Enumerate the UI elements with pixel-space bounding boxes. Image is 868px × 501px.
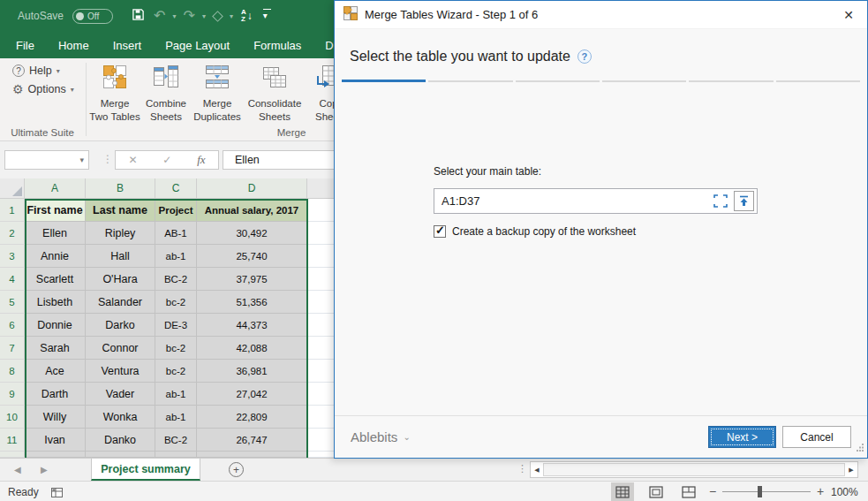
table-cell[interactable]: DE-3 — [155, 314, 197, 337]
table-cell[interactable]: Project — [155, 199, 197, 222]
column-header-D[interactable]: D — [197, 178, 307, 199]
table-cell[interactable]: Darko — [86, 314, 155, 337]
table-cell[interactable]: bc-2 — [155, 360, 197, 383]
row-header-11[interactable]: 11 — [0, 429, 25, 452]
cancel-button[interactable]: Cancel — [782, 426, 851, 448]
empty-cell[interactable] — [307, 199, 334, 222]
table-cell[interactable] — [197, 452, 307, 458]
row-header-2[interactable]: 2 — [0, 222, 25, 245]
table-cell[interactable]: Ripley — [86, 222, 155, 245]
table-cell[interactable]: Last name — [86, 199, 155, 222]
table-cell[interactable]: AB-1 — [155, 222, 197, 245]
help-menu[interactable]: ? Help ▾ — [12, 65, 74, 77]
horizontal-scrollbar[interactable]: ◀ ▶ — [530, 461, 858, 478]
row-header-5[interactable]: 5 — [0, 291, 25, 314]
table-cell[interactable] — [25, 452, 86, 458]
prev-sheet-icon[interactable]: ◀ — [14, 465, 21, 474]
row-header-7[interactable]: 7 — [0, 337, 25, 360]
row-header-6[interactable]: 6 — [0, 314, 25, 337]
zoom-slider-thumb[interactable] — [758, 486, 762, 497]
ribbon-button-merge-duplicates[interactable]: MergeDuplicates — [191, 62, 244, 124]
table-cell[interactable]: Ventura — [86, 360, 155, 383]
touch-mode-caret-icon[interactable]: ▾ — [229, 12, 234, 20]
table-cell[interactable]: Wonka — [86, 406, 155, 429]
empty-cell[interactable] — [307, 360, 334, 383]
table-cell[interactable]: BC-2 — [155, 268, 197, 291]
empty-cell[interactable] — [307, 337, 334, 360]
row-header-[interactable] — [0, 452, 25, 458]
page-layout-view-icon[interactable] — [645, 482, 668, 501]
empty-cell[interactable] — [307, 406, 334, 429]
table-cell[interactable] — [86, 452, 155, 458]
table-cell[interactable]: Willy — [25, 406, 86, 429]
formula-splitter-icon[interactable]: ⋮ — [102, 153, 113, 165]
column-header-B[interactable]: B — [86, 178, 155, 199]
table-cell[interactable]: Ellen — [25, 222, 86, 245]
empty-cell[interactable] — [307, 291, 334, 314]
scroll-right-icon[interactable]: ▶ — [845, 462, 857, 477]
macro-record-icon[interactable] — [50, 486, 64, 501]
table-cell[interactable] — [155, 452, 197, 458]
row-header-10[interactable]: 10 — [0, 406, 25, 429]
table-cell[interactable]: Ivan — [25, 429, 86, 452]
customize-qat-icon[interactable]: ▾ — [263, 9, 271, 20]
sort-az-icon[interactable]: AZ↓ — [241, 9, 253, 24]
step-help-icon[interactable]: ? — [577, 49, 592, 64]
collapse-dialog-icon[interactable] — [734, 191, 754, 211]
scroll-left-icon[interactable]: ◀ — [531, 462, 543, 477]
table-cell[interactable]: Ace — [25, 360, 86, 383]
ribbon-button-consolidate-sheets[interactable]: ConsolidateSheets — [244, 62, 306, 124]
menu-tab-page-layout[interactable]: Page Layout — [165, 39, 230, 52]
zoom-out-icon[interactable]: − — [709, 484, 716, 498]
normal-view-icon[interactable] — [611, 482, 634, 501]
table-cell[interactable]: First name — [25, 199, 86, 222]
cancel-entry-icon[interactable]: ✕ — [128, 154, 137, 166]
autosave-toggle[interactable]: Off — [72, 9, 113, 24]
menu-tab-formulas[interactable]: Formulas — [253, 39, 301, 52]
table-cell[interactable]: Lisbeth — [25, 291, 86, 314]
name-box-input[interactable] — [5, 154, 79, 166]
table-cell[interactable]: Annual salary, 2017 — [197, 199, 307, 222]
empty-cell[interactable] — [307, 222, 334, 245]
select-all-corner[interactable] — [0, 178, 25, 199]
redo-icon[interactable]: ↷ — [180, 9, 197, 23]
table-cell[interactable]: Connor — [86, 337, 155, 360]
table-cell[interactable]: Annie — [25, 245, 86, 268]
resize-grip-icon[interactable] — [856, 439, 864, 455]
table-cell[interactable]: ab-1 — [155, 383, 197, 406]
table-cell[interactable]: ab-1 — [155, 406, 197, 429]
table-cell[interactable]: Donnie — [25, 314, 86, 337]
ribbon-button-combine-sheets[interactable]: CombineSheets — [141, 62, 191, 124]
redo-caret-icon[interactable]: ▾ — [201, 12, 207, 20]
empty-cell[interactable] — [307, 383, 334, 406]
table-cell[interactable]: Salander — [86, 291, 155, 314]
backup-checkbox[interactable] — [434, 225, 446, 238]
row-header-8[interactable]: 8 — [0, 360, 25, 383]
add-sheet-icon[interactable]: + — [229, 462, 244, 477]
zoom-in-icon[interactable]: + — [817, 484, 824, 498]
table-cell[interactable]: 37,975 — [197, 268, 307, 291]
row-header-9[interactable]: 9 — [0, 383, 25, 406]
name-box-caret-icon[interactable]: ▾ — [79, 156, 88, 164]
table-cell[interactable]: 25,740 — [197, 245, 307, 268]
table-cell[interactable]: 42,088 — [197, 337, 307, 360]
empty-cell[interactable] — [307, 268, 334, 291]
table-cell[interactable]: 44,373 — [197, 314, 307, 337]
column-header-C[interactable]: C — [155, 178, 197, 199]
options-menu[interactable]: ⚙ Options ▾ — [12, 83, 74, 95]
table-cell[interactable]: BC-2 — [155, 429, 197, 452]
tab-scroll-splitter[interactable]: ⋮ — [517, 463, 527, 474]
next-sheet-icon[interactable]: ▶ — [41, 465, 48, 474]
name-box[interactable]: ▾ — [4, 150, 89, 170]
table-cell[interactable]: 36,981 — [197, 360, 307, 383]
menu-tab-insert[interactable]: Insert — [113, 39, 142, 52]
table-cell[interactable]: Sarah — [25, 337, 86, 360]
table-cell[interactable]: Scarlett — [25, 268, 86, 291]
next-button[interactable]: Next > — [708, 426, 776, 448]
table-cell[interactable]: 26,747 — [197, 429, 307, 452]
confirm-entry-icon[interactable]: ✓ — [162, 154, 171, 166]
undo-icon[interactable]: ↶ — [151, 9, 168, 23]
touch-mode-icon[interactable] — [212, 11, 223, 22]
table-cell[interactable]: 30,492 — [197, 222, 307, 245]
table-cell[interactable]: Darth — [25, 383, 86, 406]
